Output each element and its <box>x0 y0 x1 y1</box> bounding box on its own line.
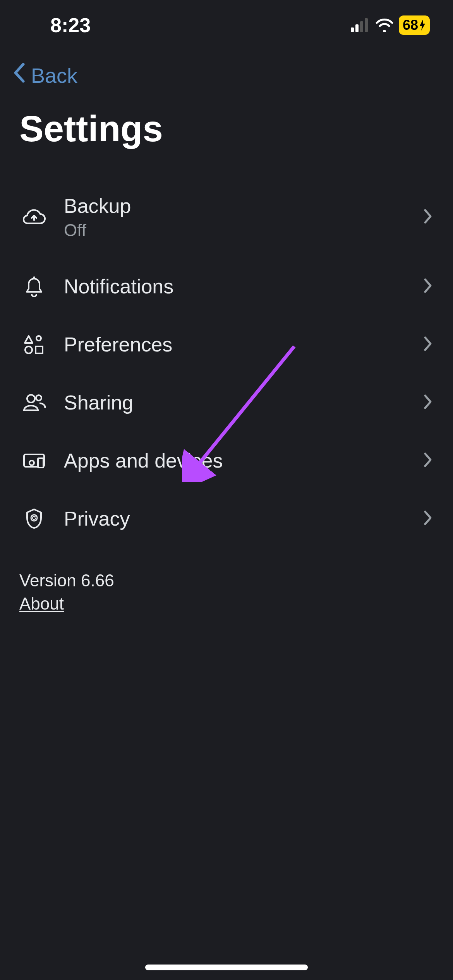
item-content: Preferences <box>48 333 422 356</box>
svg-rect-0 <box>351 27 354 32</box>
svg-point-10 <box>29 461 34 465</box>
bell-icon <box>19 276 48 297</box>
back-label: Back <box>31 63 77 87</box>
svg-rect-9 <box>38 458 43 468</box>
chevron-right-icon <box>422 207 434 227</box>
about-link[interactable]: About <box>19 594 64 613</box>
chevron-right-icon <box>422 451 434 471</box>
item-content: Apps and devices <box>48 449 422 472</box>
chevron-right-icon <box>422 509 434 529</box>
page-title: Settings <box>0 96 453 177</box>
item-content: Sharing <box>48 391 422 414</box>
item-content: Backup Off <box>48 194 422 240</box>
back-button[interactable]: Back <box>0 39 453 96</box>
item-label: Sharing <box>64 391 422 414</box>
svg-rect-1 <box>355 24 359 32</box>
wifi-icon <box>375 18 394 32</box>
settings-item-notifications[interactable]: Notifications <box>19 257 434 315</box>
item-sublabel: Off <box>64 221 422 240</box>
svg-point-7 <box>36 395 41 401</box>
svg-point-4 <box>25 346 32 353</box>
shield-icon: G <box>19 508 48 529</box>
settings-item-backup[interactable]: Backup Off <box>19 177 434 257</box>
chevron-right-icon <box>422 276 434 296</box>
cloud-upload-icon <box>19 209 48 226</box>
devices-icon <box>19 452 48 469</box>
version-text: Version 6.66 <box>19 571 434 590</box>
svg-rect-5 <box>36 346 43 353</box>
battery-badge: 68 <box>399 15 430 35</box>
settings-item-sharing[interactable]: Sharing <box>19 373 434 432</box>
status-icons: 68 <box>351 15 430 35</box>
footer: Version 6.66 About <box>0 548 453 637</box>
home-indicator <box>145 965 308 970</box>
battery-percent: 68 <box>403 17 418 33</box>
chevron-right-icon <box>422 334 434 355</box>
settings-item-privacy[interactable]: G Privacy <box>19 490 434 548</box>
cellular-signal-icon <box>351 18 370 32</box>
item-label: Backup <box>64 194 422 218</box>
shapes-icon <box>19 334 48 355</box>
item-label: Apps and devices <box>64 449 422 472</box>
item-label: Notifications <box>64 275 422 298</box>
chevron-left-icon <box>12 62 27 89</box>
status-bar: 8:23 68 <box>0 0 453 39</box>
chevron-right-icon <box>422 392 434 413</box>
item-label: Privacy <box>64 507 422 530</box>
item-label: Preferences <box>64 333 422 356</box>
status-time: 8:23 <box>50 14 91 37</box>
svg-rect-2 <box>360 21 363 32</box>
svg-rect-3 <box>365 18 368 32</box>
settings-list: Backup Off Notifications <box>0 177 453 548</box>
svg-text:G: G <box>32 515 36 521</box>
settings-item-preferences[interactable]: Preferences <box>19 315 434 373</box>
item-content: Privacy <box>48 507 422 530</box>
item-content: Notifications <box>48 275 422 298</box>
svg-point-6 <box>27 395 35 403</box>
people-icon <box>19 393 48 412</box>
settings-item-apps-devices[interactable]: Apps and devices <box>19 432 434 490</box>
